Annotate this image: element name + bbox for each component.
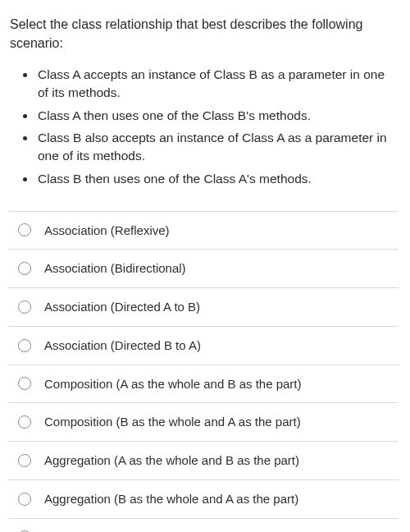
option-label: Association (Directed A to B) xyxy=(44,298,200,316)
option-composition-a-whole[interactable]: Composition (A as the whole and B as the… xyxy=(8,365,399,404)
scenario-item: Class B also accepts an instance of Clas… xyxy=(36,129,399,164)
scenario-item: Class A then uses one of the Class B's m… xyxy=(36,107,399,125)
radio-icon xyxy=(18,454,31,467)
option-reflexive[interactable]: Association (Reflexive) xyxy=(8,212,399,250)
radio-icon xyxy=(18,377,31,390)
option-label: Composition (B as the whole and A as the… xyxy=(44,413,301,431)
radio-icon xyxy=(18,300,31,314)
option-label: Association (Bidirectional) xyxy=(44,259,186,277)
scenario-list: Class A accepts an instance of Class B a… xyxy=(8,66,399,187)
option-bidirectional[interactable]: Association (Bidirectional) xyxy=(8,250,399,288)
option-inheritance[interactable]: Inheritance xyxy=(8,519,399,533)
option-aggregation-a-whole[interactable]: Aggregation (A as the whole and B as the… xyxy=(8,442,399,480)
option-label: Aggregation (A as the whole and B as the… xyxy=(44,452,299,470)
option-label: Association (Directed B to A) xyxy=(44,337,201,355)
radio-icon xyxy=(18,223,31,236)
option-aggregation-b-whole[interactable]: Aggregation (B as the whole and A as the… xyxy=(8,480,399,519)
scenario-item: Class B then uses one of the Class A's m… xyxy=(36,170,399,188)
radio-icon xyxy=(18,415,31,429)
scenario-item: Class A accepts an instance of Class B a… xyxy=(36,66,399,101)
radio-icon xyxy=(18,493,31,506)
options-list: Association (Reflexive) Association (Bid… xyxy=(8,211,399,533)
option-directed-b-a[interactable]: Association (Directed B to A) xyxy=(8,327,399,365)
option-composition-b-whole[interactable]: Composition (B as the whole and A as the… xyxy=(8,403,399,442)
option-label: Composition (A as the whole and B as the… xyxy=(44,375,302,393)
radio-icon xyxy=(18,339,31,352)
radio-icon xyxy=(18,262,31,275)
option-label: Association (Reflexive) xyxy=(44,222,170,240)
option-directed-a-b[interactable]: Association (Directed A to B) xyxy=(8,288,399,327)
option-label: Inheritance xyxy=(44,529,105,533)
question-prompt: Select the class relationship that best … xyxy=(8,15,399,53)
option-label: Aggregation (B as the whole and A as the… xyxy=(44,490,298,508)
